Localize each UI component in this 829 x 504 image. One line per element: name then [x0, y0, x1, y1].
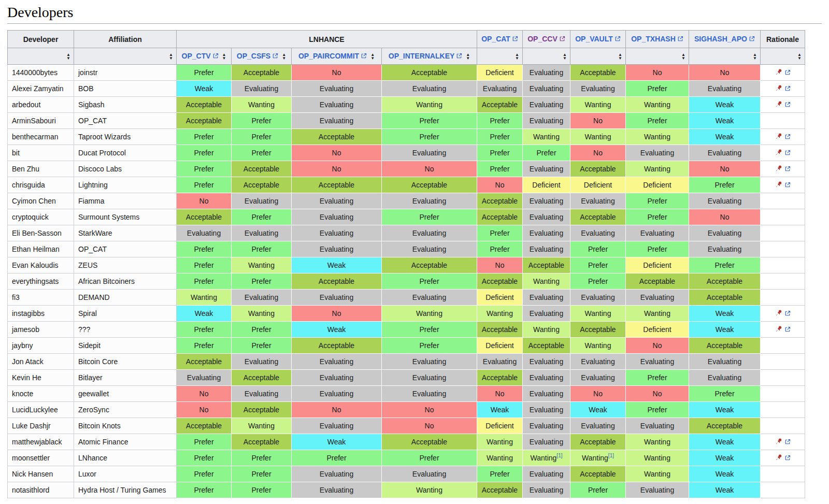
table-row: ArminSabouriOP_CATAcceptablePreferEvalua…: [8, 113, 805, 129]
pushpin-icon[interactable]: [775, 438, 782, 445]
rating-cell-op_cat: Deficient: [477, 338, 523, 354]
sort-arrows-icon[interactable]: ▲▼: [66, 53, 70, 60]
rating-cell-op_cat: Prefer: [477, 113, 523, 129]
pushpin-icon[interactable]: [775, 100, 782, 108]
pushpin-icon[interactable]: [775, 149, 782, 156]
affiliation-cell: Sidepit: [74, 338, 177, 354]
sort-arrows-icon[interactable]: ▲▼: [515, 53, 519, 60]
rating-cell-op_cat: Prefer: [477, 161, 523, 177]
pushpin-icon[interactable]: [775, 68, 782, 76]
rating-cell-op_cat: Acceptable: [477, 193, 523, 209]
table-header: Developer Affiliation LNHANCE OP_CAT OP_…: [8, 31, 805, 65]
op-csfs-link[interactable]: OP_CSFS: [237, 52, 278, 61]
rating-cell-op_cat: Prefer: [477, 225, 523, 241]
external-link-icon[interactable]: [784, 85, 791, 92]
pushpin-icon[interactable]: [775, 325, 782, 333]
op-internalkey-link[interactable]: OP_INTERNALKEY: [389, 52, 463, 61]
sort-header-affiliation[interactable]: ▲▼: [74, 48, 177, 65]
rating-cell-sighash_apo: Acceptable: [689, 273, 761, 290]
sort-arrows-icon[interactable]: ▲▼: [618, 53, 622, 60]
rating-cell-op_csfs: Prefer: [232, 129, 292, 145]
sort-header-op-cat[interactable]: ▲▼: [477, 48, 523, 65]
sort-header-op-txhash[interactable]: ▲▼: [626, 48, 689, 65]
column-header-op-cat[interactable]: OP_CAT: [477, 31, 523, 48]
external-link-icon[interactable]: [784, 310, 791, 316]
column-header-op-vault[interactable]: OP_VAULT: [570, 31, 626, 48]
sort-arrows-icon[interactable]: ▲▼: [797, 53, 802, 60]
rating-cell-sighash_apo: Weak: [689, 450, 761, 466]
developer-cell: Ethan Heilman: [8, 241, 74, 257]
sort-arrows-icon[interactable]: ▲▼: [563, 53, 567, 60]
op-ccv-link[interactable]: OP_CCV: [527, 35, 565, 43]
rating-cell-op_txhash: Evaluating: [626, 145, 689, 161]
developer-cell: jamesob: [8, 322, 74, 338]
pushpin-icon[interactable]: [775, 133, 782, 140]
column-header-op-paircommit[interactable]: OP_PAIRCOMMIT▲▼: [292, 48, 382, 65]
rating-cell-op_ccv: Wanting: [523, 273, 570, 290]
pushpin-icon[interactable]: [775, 309, 782, 316]
external-link-icon[interactable]: [784, 182, 791, 188]
footnote-link[interactable]: [1]: [608, 453, 614, 458]
affiliation-cell: Atomic Finance: [74, 434, 177, 450]
sort-arrows-icon[interactable]: ▲▼: [222, 53, 226, 60]
external-link-icon[interactable]: [784, 102, 791, 108]
external-link-icon[interactable]: [784, 455, 791, 461]
pushpin-icon[interactable]: [775, 454, 782, 461]
sort-arrows-icon[interactable]: ▲▼: [370, 53, 375, 60]
footnote-link[interactable]: [1]: [556, 453, 562, 458]
table-row: Eli Ben-SassonStarkWareEvaluatingEvaluat…: [8, 225, 805, 241]
external-link-icon: [559, 35, 565, 44]
column-header-op-csfs[interactable]: OP_CSFS▲▼: [232, 48, 292, 65]
rating-cell-op_paircommit: Acceptable: [292, 273, 382, 290]
column-header-sighash-apo[interactable]: SIGHASH_APO: [689, 31, 761, 48]
rating-cell-sighash_apo: Evaluating: [689, 145, 761, 161]
rating-cell-op_paircommit: Weak: [292, 434, 382, 450]
external-link-icon[interactable]: [784, 150, 791, 156]
sort-header-sighash-apo[interactable]: ▲▼: [689, 48, 761, 65]
sort-header-rationale[interactable]: ▲▼: [761, 48, 805, 65]
op-txhash-link[interactable]: OP_TXHASH: [631, 35, 683, 43]
op-vault-link[interactable]: OP_VAULT: [575, 35, 621, 43]
op-paircommit-link[interactable]: OP_PAIRCOMMIT: [298, 52, 367, 61]
sort-arrows-icon[interactable]: ▲▼: [169, 53, 173, 60]
external-link-icon[interactable]: [784, 326, 791, 333]
sort-arrows-icon[interactable]: ▲▼: [753, 53, 757, 60]
rating-cell-op_ctv: Wanting: [177, 290, 232, 306]
rating-cell-op_cat: Deficient: [477, 65, 523, 81]
pushpin-icon[interactable]: [775, 165, 782, 172]
pushpin-icon[interactable]: [775, 84, 782, 92]
sort-arrows-icon[interactable]: ▲▼: [466, 53, 470, 60]
sort-arrows-icon[interactable]: ▲▼: [681, 53, 685, 60]
rationale-cell: [761, 402, 805, 418]
external-link-icon[interactable]: [784, 439, 791, 445]
sighash-apo-link[interactable]: SIGHASH_APO: [694, 35, 755, 43]
op-cat-link[interactable]: OP_CAT: [481, 35, 518, 43]
sort-header-op-ccv[interactable]: ▲▼: [523, 48, 570, 65]
rating-cell-sighash_apo: Acceptable: [689, 338, 761, 354]
affiliation-cell: ZeroSync: [74, 402, 177, 418]
developer-cell: 1440000bytes: [8, 65, 74, 81]
column-header-affiliation[interactable]: Affiliation: [74, 31, 177, 48]
rating-cell-op_txhash: Prefer: [626, 370, 689, 386]
sort-arrows-icon[interactable]: ▲▼: [282, 53, 286, 60]
column-header-op-ccv[interactable]: OP_CCV: [523, 31, 570, 48]
pushpin-icon[interactable]: [775, 181, 782, 188]
developer-cell: moonsettler: [8, 450, 74, 466]
column-header-op-internalkey[interactable]: OP_INTERNALKEY▲▼: [382, 48, 477, 65]
column-header-developer[interactable]: Developer: [8, 31, 74, 48]
external-link-icon[interactable]: [784, 166, 791, 172]
external-link-icon[interactable]: [784, 69, 791, 76]
external-link-icon[interactable]: [784, 134, 791, 140]
sort-header-developer[interactable]: ▲▼: [8, 48, 74, 65]
developer-cell: LucidLuckylee: [8, 402, 74, 418]
rating-cell-op_cat: No: [477, 257, 523, 273]
rating-cell-op_csfs: Prefer: [232, 209, 292, 225]
column-header-op-txhash[interactable]: OP_TXHASH: [626, 31, 689, 48]
wiki-page: Developers Developer Affiliation LNHANCE…: [0, 0, 829, 498]
column-header-op-ctv[interactable]: OP_CTV▲▼: [177, 48, 232, 65]
op-ctv-link[interactable]: OP_CTV: [182, 52, 219, 61]
rating-cell-sighash_apo: Weak: [689, 113, 761, 129]
table-row: fi3DEMANDWantingEvaluatingEvaluatingEval…: [8, 290, 805, 306]
rating-cell-op_vault: Wanting: [570, 306, 626, 322]
sort-header-op-vault[interactable]: ▲▼: [570, 48, 626, 65]
